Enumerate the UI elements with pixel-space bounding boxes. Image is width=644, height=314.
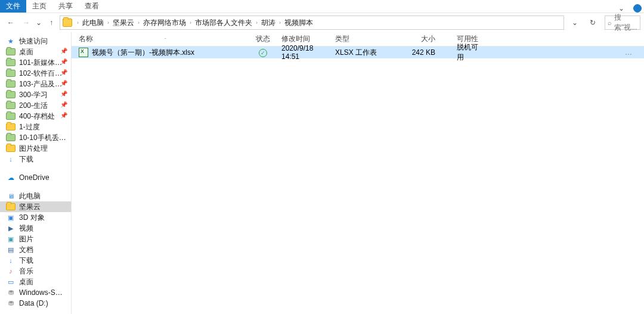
folder-icon bbox=[6, 69, 16, 77]
chevron-right-icon[interactable]: › bbox=[76, 20, 80, 26]
sync-ok-icon: ✓ bbox=[259, 49, 267, 57]
sort-asc-icon: ˆ bbox=[165, 37, 166, 42]
crumb-seg4[interactable]: 胡涛 bbox=[259, 18, 278, 28]
column-name[interactable]: 名称ˆ bbox=[75, 34, 248, 44]
address-dropdown-icon[interactable]: ⌄ bbox=[568, 15, 582, 30]
file-availability: 脱机可用 bbox=[439, 42, 487, 63]
sidebar-item-desktop[interactable]: 桌面📌 bbox=[0, 46, 71, 57]
folder-icon bbox=[6, 112, 16, 120]
file-list-pane: 名称ˆ 状态 修改时间 类型 大小 可用性 视频号（第一期）-视频脚本.xlsx… bbox=[72, 32, 644, 314]
picture-icon: ▣ bbox=[6, 235, 16, 243]
address-bar-row: ← → ⌄ ↑ › 此电脑 › 坚果云 › 亦存网络市场 › 市场部各人文件夹 … bbox=[0, 13, 644, 32]
tab-share[interactable]: 共享 bbox=[52, 0, 79, 13]
chevron-right-icon[interactable]: › bbox=[188, 20, 193, 26]
sidebar-item-1[interactable]: 1-过度 bbox=[0, 122, 71, 132]
star-icon: ★ bbox=[6, 37, 16, 45]
sidebar-documents[interactable]: ▤文档 bbox=[0, 244, 71, 255]
sidebar-quick-access[interactable]: ★快速访问 bbox=[0, 36, 71, 46]
file-size: 242 KB bbox=[397, 48, 439, 57]
tab-file[interactable]: 文件 bbox=[0, 0, 26, 13]
folder-icon bbox=[6, 123, 16, 131]
search-placeholder: 搜索"视... bbox=[614, 13, 637, 33]
folder-icon bbox=[6, 101, 16, 110]
sidebar-thispc[interactable]: 🖥此电脑 bbox=[0, 191, 71, 201]
column-status[interactable]: 状态 bbox=[248, 34, 278, 44]
sidebar-jianguoyun[interactable]: 坚果云 bbox=[0, 201, 71, 212]
more-icon[interactable]: … bbox=[625, 48, 632, 57]
desktop-icon bbox=[6, 48, 16, 56]
file-name: 视频号（第一期）-视频脚本.xlsx bbox=[92, 48, 194, 58]
sidebar-item-pic[interactable]: 图片处理 bbox=[0, 143, 71, 154]
column-headers: 名称ˆ 状态 修改时间 类型 大小 可用性 bbox=[72, 32, 644, 46]
chevron-right-icon[interactable]: › bbox=[137, 20, 141, 26]
sidebar-item-300[interactable]: 300-学习📌 bbox=[0, 89, 71, 100]
sidebar-pictures[interactable]: ▣图片 bbox=[0, 234, 71, 244]
tab-view[interactable]: 查看 bbox=[79, 0, 105, 13]
crumb-seg1[interactable]: 坚果云 bbox=[110, 18, 137, 28]
xlsx-icon bbox=[79, 48, 88, 57]
download-icon: ↓ bbox=[6, 155, 16, 163]
sidebar-onedrive[interactable]: ☁OneDrive bbox=[0, 172, 71, 183]
sidebar-downloads[interactable]: ↓下载 bbox=[0, 255, 71, 266]
ribbon-tabs: 文件 主页 共享 查看 ⌄ bbox=[0, 0, 644, 13]
sidebar-drive-c[interactable]: ⛃Windows-SSD (C:) bbox=[0, 287, 71, 298]
folder-icon bbox=[6, 203, 16, 211]
search-icon: ⌕ bbox=[608, 19, 612, 26]
sidebar-item-dl[interactable]: ↓下载 bbox=[0, 154, 71, 164]
drive-icon: ⛃ bbox=[6, 299, 16, 307]
sidebar-item-400[interactable]: 400-存档处📌 bbox=[0, 111, 71, 122]
download-icon: ↓ bbox=[6, 256, 16, 265]
crumb-seg5[interactable]: 视频脚本 bbox=[282, 18, 315, 28]
pin-icon: 📌 bbox=[60, 58, 67, 65]
chevron-right-icon[interactable]: › bbox=[278, 20, 282, 26]
tab-home[interactable]: 主页 bbox=[26, 0, 52, 13]
folder-icon bbox=[6, 144, 16, 153]
back-button[interactable]: ← bbox=[4, 15, 18, 30]
sidebar-item-103[interactable]: 103-产品及竞品📌 bbox=[0, 79, 71, 89]
up-button[interactable]: ↑ bbox=[44, 15, 58, 30]
navigation-pane: ★快速访问 桌面📌 101-新媒体平台📌 102-软件百宝箱📌 103-产品及竞… bbox=[0, 32, 72, 314]
folder-icon bbox=[6, 80, 16, 88]
folder-icon bbox=[6, 91, 16, 99]
breadcrumb[interactable]: › 此电脑 › 坚果云 › 亦存网络市场 › 市场部各人文件夹 › 胡涛 › 视… bbox=[60, 15, 564, 30]
video-icon: ▶ bbox=[6, 224, 16, 232]
crumb-seg3[interactable]: 市场部各人文件夹 bbox=[193, 18, 255, 28]
sidebar-item-200[interactable]: 200-生活📌 bbox=[0, 100, 71, 111]
pin-icon: 📌 bbox=[60, 112, 67, 119]
file-row[interactable]: 视频号（第一期）-视频脚本.xlsx ✓ 2020/9/18 14:51 XLS… bbox=[72, 46, 644, 58]
sidebar-item-1010[interactable]: 10-10手机丢失后怎 bbox=[0, 132, 71, 143]
pin-icon: 📌 bbox=[60, 91, 67, 97]
pc-icon: 🖥 bbox=[6, 192, 16, 200]
column-size[interactable]: 大小 bbox=[397, 34, 439, 44]
chevron-right-icon[interactable]: › bbox=[106, 20, 110, 26]
column-modified[interactable]: 修改时间 bbox=[278, 34, 332, 44]
cube-icon: ▣ bbox=[6, 213, 16, 222]
sidebar-videos[interactable]: ▶视频 bbox=[0, 223, 71, 234]
expand-ribbon-icon[interactable]: ⌄ bbox=[614, 1, 628, 15]
folder-icon bbox=[6, 58, 16, 67]
sidebar-3dobjects[interactable]: ▣3D 对象 bbox=[0, 212, 71, 223]
refresh-button[interactable]: ↻ bbox=[586, 15, 600, 30]
folder-icon bbox=[6, 133, 16, 142]
cloud-icon: ☁ bbox=[6, 173, 16, 182]
chevron-right-icon[interactable]: › bbox=[255, 20, 259, 26]
desktop-icon: ▭ bbox=[6, 278, 16, 286]
sidebar-item-101[interactable]: 101-新媒体平台📌 bbox=[0, 57, 71, 68]
search-input[interactable]: ⌕ 搜索"视... bbox=[605, 15, 640, 30]
crumb-seg2[interactable]: 亦存网络市场 bbox=[141, 18, 188, 28]
file-modified: 2020/9/18 14:51 bbox=[278, 44, 332, 61]
pin-icon: 📌 bbox=[60, 80, 67, 86]
sidebar-desktop2[interactable]: ▭桌面 bbox=[0, 276, 71, 287]
crumb-root[interactable]: 此电脑 bbox=[80, 18, 106, 28]
column-type[interactable]: 类型 bbox=[332, 34, 397, 44]
file-type: XLSX 工作表 bbox=[332, 48, 397, 58]
music-icon: ♪ bbox=[6, 267, 16, 275]
sidebar-item-102[interactable]: 102-软件百宝箱📌 bbox=[0, 68, 71, 79]
help-icon[interactable] bbox=[633, 4, 642, 13]
sidebar-drive-d[interactable]: ⛃Data (D:) bbox=[0, 298, 71, 309]
forward-button: → bbox=[19, 15, 33, 30]
sidebar-music[interactable]: ♪音乐 bbox=[0, 266, 71, 276]
recent-dropdown-icon[interactable]: ⌄ bbox=[35, 15, 43, 30]
pin-icon: 📌 bbox=[60, 101, 67, 108]
document-icon: ▤ bbox=[6, 245, 16, 254]
